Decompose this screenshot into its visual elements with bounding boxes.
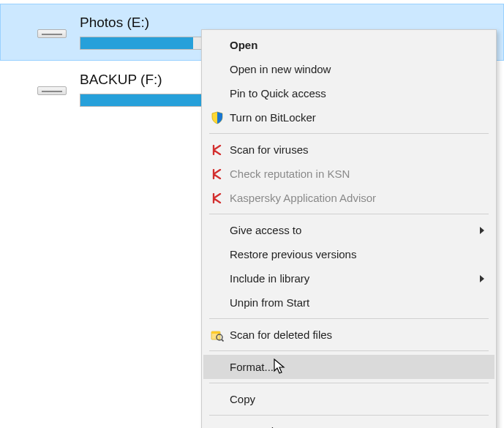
menu-item-label: Create shortcut [230, 425, 484, 428]
shield-icon [209, 110, 225, 126]
kaspersky-icon [209, 142, 225, 158]
menu-item-create-shortcut[interactable]: Create shortcut [203, 419, 494, 428]
svg-rect-1 [211, 331, 220, 334]
menu-item-label: Open [230, 39, 484, 51]
menu-item-label: Copy [230, 393, 484, 405]
menu-item-label: Include in library [230, 272, 480, 285]
capacity-fill [80, 37, 193, 49]
menu-separator [209, 318, 489, 319]
menu-item-label: Pin to Quick access [230, 87, 484, 100]
menu-item-open[interactable]: Open [203, 33, 494, 57]
menu-item-label: Kaspersky Application Advisor [230, 192, 484, 204]
drive-label: Photos (E:) [80, 15, 394, 31]
menu-item-kaspersky-application-advisor: Kaspersky Application Advisor [203, 186, 494, 210]
spacer-icon [209, 86, 225, 102]
svg-line-3 [222, 339, 224, 342]
menu-item-label: Scan for deleted files [230, 328, 484, 341]
menu-item-open-in-new-window[interactable]: Open in new window [203, 57, 494, 81]
chevron-right-icon [480, 227, 484, 234]
menu-separator [209, 133, 489, 134]
spacer-icon [209, 37, 225, 53]
menu-item-copy[interactable]: Copy [203, 387, 494, 411]
menu-item-label: Turn on BitLocker [230, 111, 484, 124]
menu-item-label: Check reputation in KSN [230, 168, 484, 180]
spacer-icon [209, 61, 225, 78]
spacer-icon [209, 222, 225, 239]
kaspersky-icon [209, 190, 225, 206]
spacer-icon [209, 424, 225, 429]
menu-separator [209, 383, 489, 383]
menu-item-check-reputation-in-ksn: Check reputation in KSN [203, 162, 494, 186]
menu-item-restore-previous-versions[interactable]: Restore previous versions [203, 242, 494, 266]
hdd-icon [37, 80, 67, 98]
spacer-icon [209, 271, 225, 287]
spacer-icon [209, 247, 225, 263]
hdd-icon [37, 23, 67, 41]
menu-item-give-access-to[interactable]: Give access to [203, 218, 494, 242]
menu-item-format[interactable]: Format... [203, 355, 494, 379]
menu-separator [209, 214, 489, 214]
menu-item-label: Give access to [230, 224, 480, 236]
menu-separator [209, 350, 489, 351]
context-menu[interactable]: OpenOpen in new windowPin to Quick acces… [201, 29, 497, 428]
magnifier-icon [209, 327, 225, 343]
menu-item-label: Open in new window [230, 63, 484, 75]
menu-separator [209, 415, 489, 416]
spacer-icon [209, 359, 225, 375]
kaspersky-icon [209, 166, 225, 182]
spacer-icon [209, 391, 225, 408]
menu-item-unpin-from-start[interactable]: Unpin from Start [203, 290, 494, 315]
menu-item-pin-to-quick-access[interactable]: Pin to Quick access [203, 81, 494, 105]
menu-item-label: Format... [230, 361, 484, 373]
menu-item-label: Unpin from Start [230, 296, 484, 309]
menu-item-scan-for-viruses[interactable]: Scan for viruses [203, 138, 494, 162]
menu-item-label: Restore previous versions [230, 248, 484, 260]
menu-item-label: Scan for viruses [230, 143, 484, 156]
menu-item-turn-on-bitlocker[interactable]: Turn on BitLocker [203, 105, 494, 129]
chevron-right-icon [480, 275, 484, 282]
spacer-icon [209, 295, 225, 311]
menu-item-scan-for-deleted-files[interactable]: Scan for deleted files [203, 323, 494, 347]
menu-item-include-in-library[interactable]: Include in library [203, 266, 494, 290]
